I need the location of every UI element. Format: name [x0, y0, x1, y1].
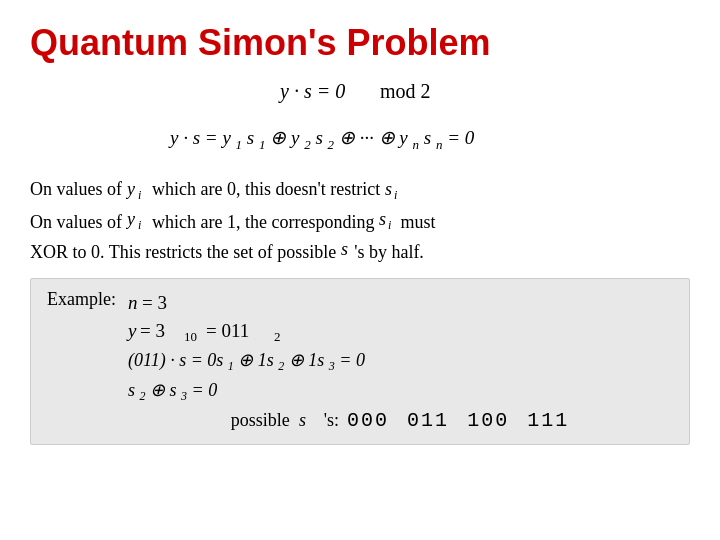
- line1-var2-svg: s i: [384, 177, 402, 201]
- example-header: Example: n = 3 y = 3 10 = 011 2: [47, 289, 673, 403]
- svg-text:s: s: [385, 179, 392, 199]
- line1-middle: which are 0, this doesn't restrict: [152, 174, 380, 205]
- svg-text:s: s: [341, 239, 348, 259]
- slide: Quantum Simon's Problem y · s = 0 mod 2 …: [0, 0, 720, 540]
- svg-text:2: 2: [274, 329, 281, 343]
- svg-text:i: i: [388, 218, 391, 231]
- line1-var-svg: y i: [126, 177, 148, 201]
- svg-text:y · s = 0: y · s = 0: [278, 80, 345, 103]
- line1-prefix: On values of: [30, 174, 122, 205]
- svg-text:y: y: [126, 209, 135, 229]
- example-eq1-svg: (011) · s = 0s 1 ⊕ 1s 2 ⊕ 1s 3 = 0: [126, 345, 486, 373]
- svg-text:(011) · s = 0s
              1: (011) · s = 0s 1 ⊕ 1s 2 ⊕ 1s 3 = 0: [128, 350, 365, 373]
- svg-text:i: i: [394, 188, 397, 201]
- possible-prefix: possible: [231, 410, 290, 431]
- svg-text:s: s: [379, 209, 386, 229]
- example-label: Example:: [47, 289, 116, 310]
- svg-text:= 3: = 3: [142, 292, 167, 313]
- line3-suffix: 's by half.: [354, 237, 424, 268]
- formula-block-2: y · s = y 1 s 1 ⊕ y 2 s 2 ⊕ ··· ⊕ y n s …: [30, 118, 690, 156]
- svg-text:y: y: [126, 320, 137, 341]
- line2-suffix: must: [400, 207, 435, 238]
- example-formulas: n = 3 y = 3 10 = 011 2 (011) · s: [126, 289, 486, 403]
- svg-text:s: s: [299, 410, 306, 430]
- svg-text:n: n: [128, 292, 138, 313]
- svg-text:s
              2
            : s 2 ⊕ s 3 = 0: [128, 380, 217, 403]
- possible-value-1: 011: [407, 409, 449, 432]
- content-section: On values of y i which are 0, this doesn…: [30, 174, 690, 522]
- svg-text:y: y: [126, 179, 135, 199]
- svg-text:10: 10: [184, 329, 197, 343]
- line2-prefix: On values of: [30, 207, 122, 238]
- text-line-1: On values of y i which are 0, this doesn…: [30, 174, 690, 205]
- possible-values: 000 011 100 111: [347, 409, 569, 432]
- line2-middle: which are 1, the corresponding: [152, 207, 374, 238]
- formula-block-1: y · s = 0 mod 2: [30, 74, 690, 110]
- possible-value-3: 111: [527, 409, 569, 432]
- example-n-svg: n = 3: [126, 289, 206, 315]
- possible-value-0: 000: [347, 409, 389, 432]
- svg-text:mod 2: mod 2: [380, 80, 431, 102]
- example-box: Example: n = 3 y = 3 10 = 011 2: [30, 278, 690, 445]
- svg-text:y · s = y
        1
        s
: y · s = y 1 s 1 ⊕ y 2 s 2 ⊕ ··· ⊕ y n s …: [168, 127, 475, 153]
- possible-s-svg: s: [298, 409, 316, 431]
- possible-suffix: 's:: [324, 410, 339, 431]
- line3-var-svg: s: [340, 237, 354, 261]
- svg-text:i: i: [138, 188, 141, 201]
- slide-title: Quantum Simon's Problem: [30, 22, 690, 64]
- line3-text: XOR to 0. This restricts the set of poss…: [30, 237, 336, 268]
- example-eq2-svg: s 2 ⊕ s 3 = 0: [126, 375, 286, 403]
- formula-1-svg: y · s = 0 mod 2: [270, 76, 450, 108]
- possible-value-2: 100: [467, 409, 509, 432]
- example-y-svg: y = 3 10 = 011 2: [126, 317, 326, 343]
- svg-text:i: i: [138, 218, 141, 231]
- possible-line: possible s 's: 000 011 100 111: [47, 409, 673, 432]
- line2-var-svg: y i: [126, 207, 148, 231]
- line2-var2-svg: s i: [378, 207, 396, 231]
- text-line-2-3: On values of y i which are 1, the corres…: [30, 207, 690, 268]
- formula-2-svg: y · s = y 1 s 1 ⊕ y 2 s 2 ⊕ ··· ⊕ y n s …: [160, 120, 560, 154]
- svg-text:= 3: = 3: [140, 320, 165, 341]
- svg-text:= 011: = 011: [206, 320, 249, 341]
